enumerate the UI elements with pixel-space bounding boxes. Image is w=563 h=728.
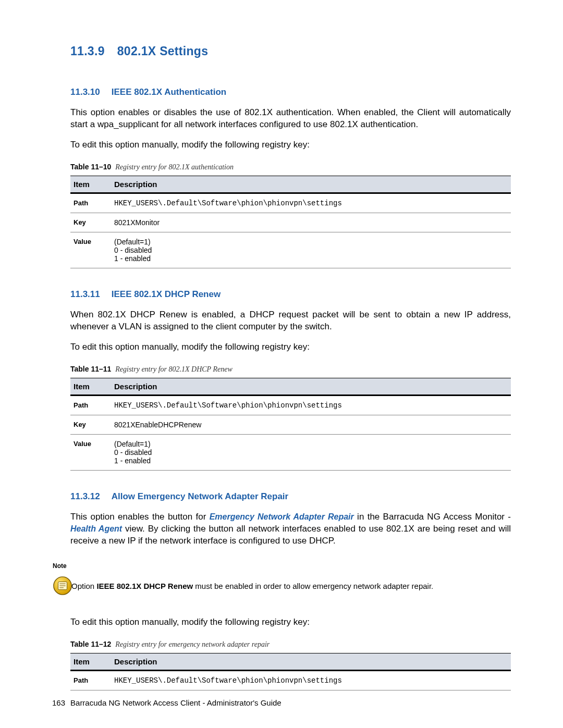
- heading-title: IEEE 802.1X DHCP Renew: [112, 289, 221, 299]
- cell-item: Path: [70, 671, 111, 690]
- paragraph: This option enables the button for Emerg…: [70, 511, 511, 547]
- document-page: 11.3.9802.1X Settings 11.3.10IEEE 802.1X…: [0, 0, 563, 728]
- cell-item: Path: [70, 193, 111, 213]
- heading-2: 11.3.9802.1X Settings: [70, 44, 511, 58]
- registry-table: Item Description Path HKEY_USERS\.Defaul…: [70, 378, 511, 471]
- table-caption: Table 11–11 Registry entry for 802.1X DH…: [70, 365, 511, 374]
- note-block: Note Option IEE: [53, 562, 511, 596]
- cell-value: 8021XMonitor: [111, 213, 511, 232]
- table-row: Key 8021XEnableDHCPRenew: [70, 415, 511, 434]
- cell-item: Value: [70, 232, 111, 268]
- heading-title: 802.1X Settings: [117, 44, 209, 58]
- table-row: Path HKEY_USERS\.Default\Software\phion\…: [70, 671, 511, 690]
- paragraph: When 802.1X DHCP Renew is enabled, a DHC…: [70, 309, 511, 333]
- table-caption: Table 11–12 Registry entry for emergency…: [70, 640, 511, 649]
- registry-table: Item Description Path HKEY_USERS\.Defaul…: [70, 653, 511, 690]
- note-icon: [53, 576, 72, 596]
- cross-reference-link[interactable]: Health Agent: [70, 524, 122, 533]
- cell-item: Value: [70, 434, 111, 470]
- table-row: Path HKEY_USERS\.Default\Software\phion\…: [70, 193, 511, 213]
- cell-value: (Default=1) 0 - disabled 1 - enabled: [111, 434, 511, 470]
- page-number: 163: [52, 698, 65, 707]
- table-row: Key 8021XMonitor: [70, 213, 511, 232]
- table-header: Item: [70, 378, 111, 395]
- paragraph: To edit this option manually, modify the…: [70, 139, 511, 151]
- heading-title: Allow Emergency Network Adapter Repair: [112, 491, 288, 501]
- cell-value: HKEY_USERS\.Default\Software\phion\phion…: [111, 671, 511, 690]
- heading-3: 11.3.12Allow Emergency Network Adapter R…: [70, 491, 511, 502]
- table-header: Item: [70, 653, 111, 671]
- footer-title: Barracuda NG Network Access Client - Adm…: [70, 698, 282, 707]
- cell-value: 8021XEnableDHCPRenew: [111, 415, 511, 434]
- heading-title: IEEE 802.1X Authentication: [112, 87, 226, 97]
- text-run: must be enabled in order to allow emerge…: [193, 582, 433, 590]
- caption-title: Registry entry for emergency network ada…: [115, 640, 270, 648]
- heading-number: 11.3.12: [70, 491, 100, 501]
- heading-3: 11.3.10IEEE 802.1X Authentication: [70, 87, 511, 97]
- caption-number: Table 11–11: [70, 365, 111, 373]
- heading-number: 11.3.10: [70, 87, 100, 97]
- cell-item: Key: [70, 213, 111, 232]
- page-footer: 163Barracuda NG Network Access Client - …: [52, 698, 282, 707]
- heading-number: 11.3.11: [70, 289, 100, 299]
- caption-title: Registry entry for 802.1X authentication: [115, 163, 234, 171]
- heading-number: 11.3.9: [70, 44, 105, 58]
- note-bold-term: IEEE 802.1X DHCP Renew: [96, 582, 193, 590]
- cell-item: Path: [70, 395, 111, 415]
- cell-value: HKEY_USERS\.Default\Software\phion\phion…: [111, 395, 511, 415]
- cell-item: Key: [70, 415, 111, 434]
- note-text: Option IEEE 802.1X DHCP Renew must be en…: [71, 582, 433, 590]
- caption-number: Table 11–12: [70, 640, 111, 648]
- paragraph: To edit this option manually, modify the…: [70, 341, 511, 353]
- caption-title: Registry entry for 802.1X DHCP Renew: [115, 365, 232, 373]
- text-run: This option enables the button for: [70, 512, 210, 522]
- table-header: Description: [111, 378, 511, 395]
- paragraph: To edit this option manually, modify the…: [70, 616, 511, 628]
- table-row: Path HKEY_USERS\.Default\Software\phion\…: [70, 395, 511, 415]
- cell-value: (Default=1) 0 - disabled 1 - enabled: [111, 232, 511, 268]
- text-run: Option: [71, 582, 96, 590]
- cross-reference-link[interactable]: Emergency Network Adapter Repair: [210, 512, 354, 521]
- text-run: in the Barracuda NG Access Monitor -: [354, 512, 511, 522]
- table-row: Value (Default=1) 0 - disabled 1 - enabl…: [70, 232, 511, 268]
- caption-number: Table 11–10: [70, 163, 111, 171]
- registry-table: Item Description Path HKEY_USERS\.Defaul…: [70, 176, 511, 268]
- table-row: Value (Default=1) 0 - disabled 1 - enabl…: [70, 434, 511, 470]
- table-header: Description: [111, 176, 511, 193]
- paragraph: This option enables or disables the use …: [70, 107, 511, 131]
- heading-3: 11.3.11IEEE 802.1X DHCP Renew: [70, 289, 511, 300]
- text-run: view. By clicking the button all network…: [70, 524, 511, 546]
- table-caption: Table 11–10 Registry entry for 802.1X au…: [70, 163, 511, 171]
- note-label: Note: [53, 562, 511, 570]
- cell-value: HKEY_USERS\.Default\Software\phion\phion…: [111, 193, 511, 213]
- table-header: Description: [111, 653, 511, 671]
- table-header: Item: [70, 176, 111, 193]
